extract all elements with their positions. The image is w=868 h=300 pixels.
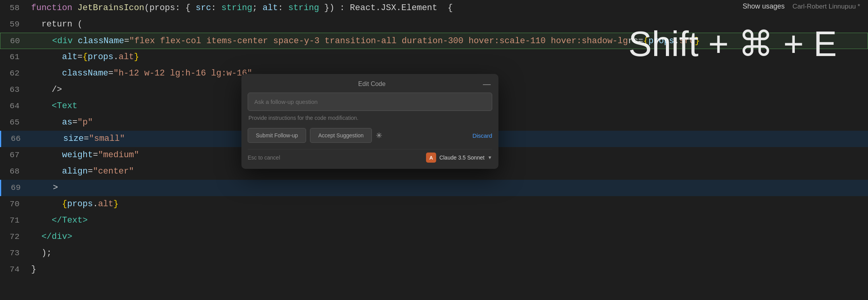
accept-suggestion-button[interactable]: Accept Suggestion — [310, 128, 372, 143]
line-number-71: 71 — [0, 212, 27, 229]
line-number-70: 70 — [0, 196, 27, 212]
line-content-70: {props.alt} — [27, 196, 868, 212]
shortcut-text: Shift + ⌘ + E — [629, 25, 837, 63]
line-number-74: 74 — [0, 261, 27, 278]
loading-spinner: ✳ — [376, 131, 382, 140]
dialog-hint: Provide instructions for the code modifi… — [248, 115, 492, 121]
line-number-62: 62 — [0, 65, 27, 82]
line-content-74: } — [27, 261, 868, 278]
line-content-73: ); — [27, 245, 868, 261]
line-number-60: 60 — [0, 33, 28, 49]
line-content-72: </div> — [27, 229, 868, 245]
line-content-69: > — [28, 180, 868, 196]
edit-code-dialog: Edit Code — Provide instructions for the… — [241, 74, 498, 169]
code-line-72: 72 </div> — [0, 229, 868, 245]
line-number-63: 63 — [0, 82, 27, 98]
follow-up-input[interactable] — [248, 93, 492, 111]
model-selector[interactable]: A Claude 3.5 Sonnet ▼ — [426, 153, 492, 163]
line-number-68: 68 — [0, 163, 27, 180]
code-line-70: 70 {props.alt} — [0, 196, 868, 212]
dialog-header: Edit Code — — [241, 74, 498, 93]
dialog-footer: Esc to cancel A Claude 3.5 Sonnet ▼ — [248, 149, 492, 163]
close-icon[interactable]: — — [483, 80, 491, 88]
line-number-61: 61 — [0, 49, 27, 65]
dialog-actions: Submit Follow-up Accept Suggestion ✳ Dis… — [248, 128, 492, 143]
line-number-64: 64 — [0, 98, 27, 114]
chevron-down-icon: ▼ — [488, 155, 492, 160]
line-number-69: 69 — [1, 180, 28, 196]
code-line-74: 74 } — [0, 261, 868, 278]
model-name: Claude 3.5 Sonnet — [439, 154, 484, 161]
line-number-72: 72 — [0, 229, 27, 245]
esc-hint: Esc to cancel — [248, 154, 280, 161]
line-number-59: 59 — [0, 16, 27, 33]
code-line-69: 69 > — [0, 180, 868, 196]
discard-button[interactable]: Discard — [472, 132, 492, 139]
code-line-58: 58 function JetBrainsIcon(props: { src: … — [0, 0, 868, 16]
model-icon: A — [426, 153, 436, 163]
dialog-title: Edit Code — [261, 81, 483, 88]
code-line-71: 71 </Text> — [0, 212, 868, 229]
line-number-58: 58 — [0, 0, 27, 16]
line-number-67: 67 — [0, 147, 27, 163]
line-number-66: 66 — [1, 131, 28, 147]
line-number-65: 65 — [0, 114, 27, 131]
code-line-73: 73 ); — [0, 245, 868, 261]
keyboard-shortcut-display: Shift + ⌘ + E — [629, 23, 837, 64]
line-content-58: function JetBrainsIcon(props: { src: str… — [27, 0, 868, 16]
line-number-73: 73 — [0, 245, 27, 261]
line-content-71: </Text> — [27, 212, 868, 229]
dialog-body: Provide instructions for the code modifi… — [241, 93, 498, 169]
submit-followup-button[interactable]: Submit Follow-up — [248, 128, 306, 143]
